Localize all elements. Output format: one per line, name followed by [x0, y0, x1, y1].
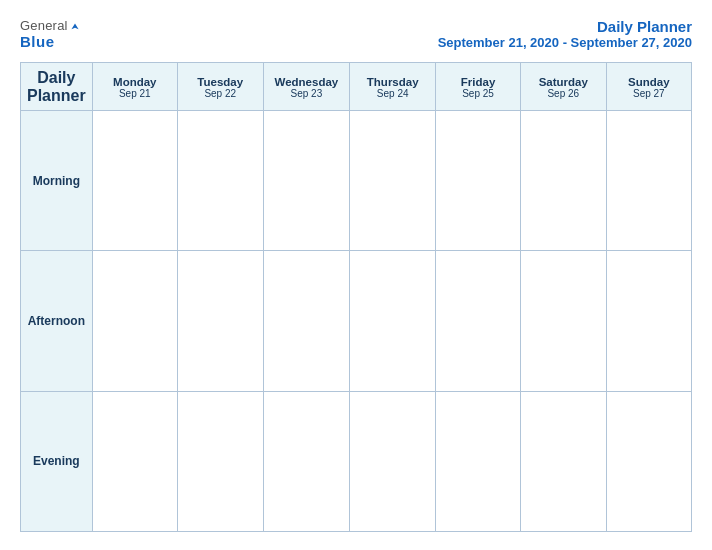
morning-tuesday[interactable] — [177, 111, 263, 251]
afternoon-monday[interactable] — [92, 251, 177, 391]
afternoon-label: Afternoon — [21, 251, 93, 391]
daily-label: Daily — [37, 69, 75, 86]
morning-friday[interactable] — [436, 111, 521, 251]
planner-label: Planner — [27, 87, 86, 104]
afternoon-friday[interactable] — [436, 251, 521, 391]
morning-monday[interactable] — [92, 111, 177, 251]
header: General Blue Daily Planner September 21,… — [20, 18, 692, 50]
col-friday: Friday Sep 25 — [436, 63, 521, 111]
logo-bird-icon — [70, 22, 80, 32]
header-row: Daily Planner Monday Sep 21 Tuesday Sep … — [21, 63, 692, 111]
evening-label: Evening — [21, 391, 93, 531]
col-sunday: Sunday Sep 27 — [606, 63, 691, 111]
col-wednesday: Wednesday Sep 23 — [263, 63, 350, 111]
afternoon-sunday[interactable] — [606, 251, 691, 391]
evening-thursday[interactable] — [350, 391, 436, 531]
title-main: Daily Planner — [438, 18, 692, 35]
afternoon-saturday[interactable] — [520, 251, 606, 391]
svg-marker-0 — [71, 23, 78, 29]
evening-tuesday[interactable] — [177, 391, 263, 531]
logo-blue-text: Blue — [20, 33, 55, 50]
morning-wednesday[interactable] — [263, 111, 350, 251]
evening-monday[interactable] — [92, 391, 177, 531]
evening-friday[interactable] — [436, 391, 521, 531]
afternoon-tuesday[interactable] — [177, 251, 263, 391]
logo: General Blue — [20, 18, 80, 50]
page: General Blue Daily Planner September 21,… — [0, 0, 712, 550]
evening-sunday[interactable] — [606, 391, 691, 531]
col-saturday: Saturday Sep 26 — [520, 63, 606, 111]
afternoon-thursday[interactable] — [350, 251, 436, 391]
col-thursday: Thursday Sep 24 — [350, 63, 436, 111]
first-col-header: Daily Planner — [21, 63, 93, 111]
col-monday: Monday Sep 21 — [92, 63, 177, 111]
afternoon-wednesday[interactable] — [263, 251, 350, 391]
morning-label: Morning — [21, 111, 93, 251]
morning-sunday[interactable] — [606, 111, 691, 251]
evening-wednesday[interactable] — [263, 391, 350, 531]
col-tuesday: Tuesday Sep 22 — [177, 63, 263, 111]
title-sub: September 21, 2020 - September 27, 2020 — [438, 35, 692, 50]
morning-thursday[interactable] — [350, 111, 436, 251]
evening-row: Evening — [21, 391, 692, 531]
evening-saturday[interactable] — [520, 391, 606, 531]
planner-table: Daily Planner Monday Sep 21 Tuesday Sep … — [20, 62, 692, 532]
header-title: Daily Planner September 21, 2020 - Septe… — [438, 18, 692, 50]
morning-row: Morning — [21, 111, 692, 251]
morning-saturday[interactable] — [520, 111, 606, 251]
logo-general-text: General — [20, 18, 80, 33]
afternoon-row: Afternoon — [21, 251, 692, 391]
